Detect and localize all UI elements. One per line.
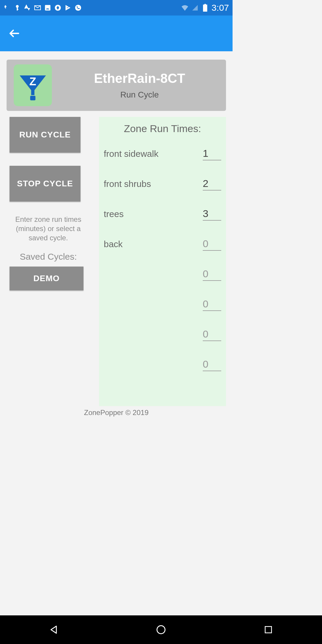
- zone-row: [104, 298, 221, 311]
- clap-icon: [4, 4, 11, 11]
- help-text: Enter zone run times (minutes) or select…: [10, 215, 87, 243]
- left-column: RUN CYCLE STOP CYCLE Enter zone run time…: [7, 117, 87, 406]
- svg-rect-5: [204, 4, 206, 5]
- zone-row: back: [104, 237, 221, 251]
- zone-time-input[interactable]: [203, 177, 221, 191]
- zone-list: front sidewalkfront shrubstreesback: [104, 147, 221, 371]
- zone-row: [104, 267, 221, 281]
- app-logo: Z: [14, 64, 52, 106]
- strava-icon: [24, 4, 31, 11]
- zone-row: front sidewalk: [104, 147, 221, 160]
- key-icon: [14, 4, 21, 11]
- zone-label: front sidewalk: [104, 149, 158, 159]
- back-button[interactable]: [7, 26, 21, 41]
- svg-rect-1: [45, 5, 50, 10]
- saved-cycles-label: Saved Cycles:: [10, 252, 87, 262]
- zone-row: trees: [104, 207, 221, 221]
- svg-point-3: [75, 5, 81, 11]
- footer-text: ZonePopper © 2019: [7, 408, 226, 417]
- battery-icon: [202, 4, 209, 11]
- diamond-icon: [54, 4, 61, 11]
- stop-cycle-button[interactable]: STOP CYCLE: [10, 166, 80, 202]
- header-text: EtherRain-8CT Run Cycle: [60, 71, 219, 100]
- zone-panel-title: Zone Run Times:: [104, 123, 221, 134]
- status-time: 3:07: [212, 3, 229, 13]
- zone-time-input[interactable]: [203, 328, 221, 341]
- signal-icon: [191, 4, 199, 11]
- photo-icon: [44, 4, 51, 11]
- zone-time-input[interactable]: [203, 207, 221, 221]
- zone-label: front shrubs: [104, 179, 151, 189]
- zone-time-input[interactable]: [203, 358, 221, 371]
- app-bar: [0, 16, 233, 51]
- saved-cycle-demo-button[interactable]: DEMO: [10, 267, 83, 290]
- zone-row: front shrubs: [104, 177, 221, 191]
- page-subtitle: Run Cycle: [60, 90, 219, 100]
- device-name: EtherRain-8CT: [60, 71, 219, 86]
- svg-rect-6: [30, 96, 35, 100]
- svg-text:Z: Z: [30, 75, 36, 88]
- zone-row: [104, 358, 221, 371]
- zone-time-input[interactable]: [203, 267, 221, 281]
- wifi-icon: [181, 4, 188, 11]
- zone-time-input[interactable]: [203, 237, 221, 251]
- status-bar: 3:07: [0, 0, 233, 16]
- zone-time-input[interactable]: [203, 298, 221, 311]
- svg-rect-4: [203, 4, 207, 12]
- zone-label: back: [104, 239, 123, 249]
- zone-label: trees: [104, 209, 124, 219]
- play-check-icon: [64, 4, 72, 11]
- zone-row: [104, 328, 221, 341]
- status-left-icons: [4, 4, 82, 11]
- status-right: 3:07: [181, 3, 229, 13]
- gmail-icon: [34, 4, 41, 11]
- phone-icon: [75, 4, 82, 11]
- run-cycle-button[interactable]: RUN CYCLE: [10, 117, 80, 153]
- content-area: Z EtherRain-8CT Run Cycle RUN CYCLE STOP…: [0, 51, 233, 417]
- main-row: RUN CYCLE STOP CYCLE Enter zone run time…: [7, 117, 226, 406]
- zone-time-input[interactable]: [203, 147, 221, 160]
- device-header-card: Z EtherRain-8CT Run Cycle: [7, 60, 226, 111]
- zone-panel: Zone Run Times: front sidewalkfront shru…: [99, 117, 226, 406]
